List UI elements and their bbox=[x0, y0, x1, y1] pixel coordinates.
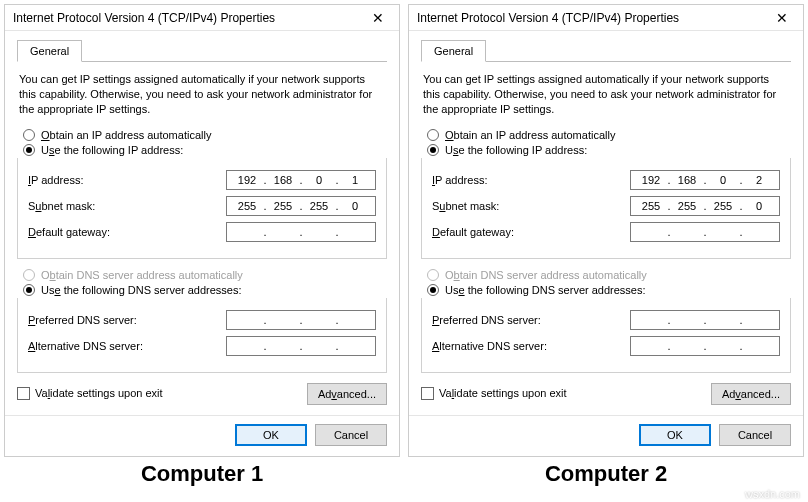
panel-computer-1: Internet Protocol Version 4 (TCP/IPv4) P… bbox=[0, 0, 404, 487]
watermark-text: wsxdn.com bbox=[745, 488, 800, 500]
ipv4-properties-dialog: Internet Protocol Version 4 (TCP/IPv4) P… bbox=[408, 4, 804, 457]
radio-icon bbox=[427, 129, 439, 141]
tabstrip: General bbox=[17, 39, 387, 62]
radio-icon bbox=[23, 129, 35, 141]
radio-use-ip[interactable]: Use the following IP address: bbox=[427, 144, 791, 156]
panel-caption: Computer 1 bbox=[0, 461, 404, 487]
alternate-dns-input[interactable]: ... bbox=[630, 336, 780, 356]
validate-checkbox[interactable]: Validate settings upon exit bbox=[421, 387, 567, 401]
radio-icon bbox=[23, 144, 35, 156]
ok-button[interactable]: OK bbox=[235, 424, 307, 446]
label-subnet-mask: Subnet mask: bbox=[432, 200, 499, 212]
radio-use-dns[interactable]: Use the following DNS server addresses: bbox=[23, 284, 387, 296]
label-subnet-mask: Subnet mask: bbox=[28, 200, 95, 212]
close-button[interactable]: ✕ bbox=[767, 10, 797, 26]
checkbox-icon bbox=[17, 387, 30, 400]
tabstrip: General bbox=[421, 39, 791, 62]
ip-address-input[interactable]: 192.168.0.1 bbox=[226, 170, 376, 190]
radio-obtain-ip-auto[interactable]: Obtain an IP address automatically bbox=[23, 129, 387, 141]
subnet-mask-input[interactable]: 255.255.255.0 bbox=[226, 196, 376, 216]
ip-settings-group: IP address: 192.168.0.1 Subnet mask: 255… bbox=[17, 158, 387, 259]
ip-settings-group: IP address: 192.168.0.2 Subnet mask: 255… bbox=[421, 158, 791, 259]
cancel-button[interactable]: Cancel bbox=[315, 424, 387, 446]
advanced-button[interactable]: Advanced... bbox=[711, 383, 791, 405]
label-alternate-dns: Alternative DNS server: bbox=[28, 340, 143, 352]
tab-general[interactable]: General bbox=[17, 40, 82, 62]
checkbox-icon bbox=[421, 387, 434, 400]
default-gateway-input[interactable]: ... bbox=[226, 222, 376, 242]
close-button[interactable]: ✕ bbox=[363, 10, 393, 26]
radio-obtain-ip-auto[interactable]: Obtain an IP address automatically bbox=[427, 129, 791, 141]
dialog-buttons: OK Cancel bbox=[409, 415, 803, 456]
cancel-button[interactable]: Cancel bbox=[719, 424, 791, 446]
radio-icon bbox=[427, 284, 439, 296]
dialog-buttons: OK Cancel bbox=[5, 415, 399, 456]
description-text: You can get IP settings assigned automat… bbox=[423, 72, 789, 117]
label-ip-address: IP address: bbox=[432, 174, 487, 186]
ipv4-properties-dialog: Internet Protocol Version 4 (TCP/IPv4) P… bbox=[4, 4, 400, 457]
preferred-dns-input[interactable]: ... bbox=[630, 310, 780, 330]
ok-button[interactable]: OK bbox=[639, 424, 711, 446]
dialog-title: Internet Protocol Version 4 (TCP/IPv4) P… bbox=[417, 11, 679, 25]
label-preferred-dns: Preferred DNS server: bbox=[432, 314, 541, 326]
dual-dialog-container: Internet Protocol Version 4 (TCP/IPv4) P… bbox=[0, 0, 808, 487]
label-alternate-dns: Alternative DNS server: bbox=[432, 340, 547, 352]
dns-settings-group: Preferred DNS server: ... Alternative DN… bbox=[421, 298, 791, 373]
radio-obtain-dns-auto: Obtain DNS server address automatically bbox=[427, 269, 791, 281]
description-text: You can get IP settings assigned automat… bbox=[19, 72, 385, 117]
radio-icon bbox=[23, 269, 35, 281]
ip-address-input[interactable]: 192.168.0.2 bbox=[630, 170, 780, 190]
alternate-dns-input[interactable]: ... bbox=[226, 336, 376, 356]
subnet-mask-input[interactable]: 255.255.255.0 bbox=[630, 196, 780, 216]
panel-computer-2: Internet Protocol Version 4 (TCP/IPv4) P… bbox=[404, 0, 808, 487]
label-preferred-dns: Preferred DNS server: bbox=[28, 314, 137, 326]
radio-use-dns[interactable]: Use the following DNS server addresses: bbox=[427, 284, 791, 296]
radio-icon bbox=[427, 144, 439, 156]
preferred-dns-input[interactable]: ... bbox=[226, 310, 376, 330]
radio-use-ip[interactable]: Use the following IP address: bbox=[23, 144, 387, 156]
titlebar: Internet Protocol Version 4 (TCP/IPv4) P… bbox=[409, 5, 803, 31]
radio-icon bbox=[23, 284, 35, 296]
advanced-button[interactable]: Advanced... bbox=[307, 383, 387, 405]
dns-settings-group: Preferred DNS server: ... Alternative DN… bbox=[17, 298, 387, 373]
label-default-gateway: Default gateway: bbox=[28, 226, 110, 238]
panel-caption: Computer 2 bbox=[404, 461, 808, 487]
default-gateway-input[interactable]: ... bbox=[630, 222, 780, 242]
label-ip-address: IP address: bbox=[28, 174, 83, 186]
label-default-gateway: Default gateway: bbox=[432, 226, 514, 238]
dialog-title: Internet Protocol Version 4 (TCP/IPv4) P… bbox=[13, 11, 275, 25]
validate-checkbox[interactable]: Validate settings upon exit bbox=[17, 387, 163, 401]
tab-general[interactable]: General bbox=[421, 40, 486, 62]
titlebar: Internet Protocol Version 4 (TCP/IPv4) P… bbox=[5, 5, 399, 31]
radio-icon bbox=[427, 269, 439, 281]
radio-obtain-dns-auto: Obtain DNS server address automatically bbox=[23, 269, 387, 281]
